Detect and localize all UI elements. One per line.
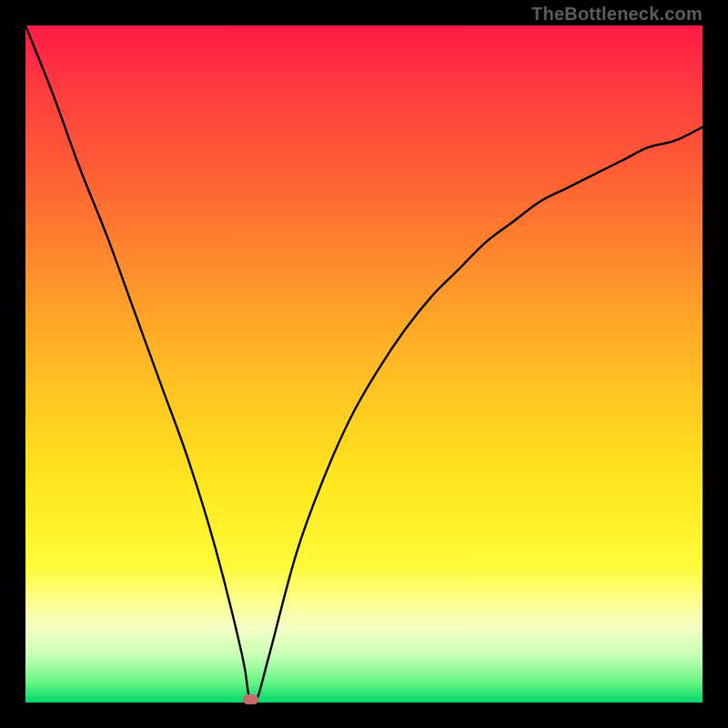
bottleneck-curve	[25, 25, 703, 703]
plot-area	[25, 25, 703, 703]
chart-frame: TheBottleneck.com	[0, 0, 728, 728]
attribution-label: TheBottleneck.com	[531, 4, 703, 25]
optimal-marker	[243, 694, 258, 704]
